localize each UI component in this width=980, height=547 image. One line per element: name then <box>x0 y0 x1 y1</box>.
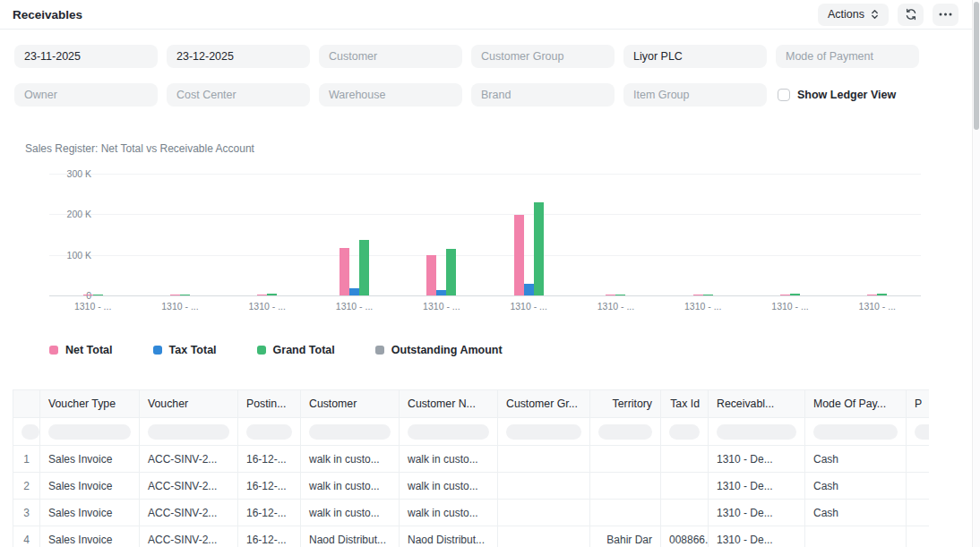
cell-territory[interactable] <box>590 500 661 526</box>
cell-territory[interactable] <box>590 446 661 473</box>
row-number-cell[interactable]: 2 <box>13 473 40 500</box>
column-header-customer-gr[interactable]: Customer Gr... <box>498 390 590 418</box>
column-filter-input[interactable] <box>813 424 898 440</box>
cell-mode-of-pay[interactable] <box>805 526 907 547</box>
cell-customer-gr[interactable] <box>498 500 590 526</box>
column-filter-input[interactable] <box>506 424 581 440</box>
top-bar-actions: Actions <box>818 4 959 26</box>
column-header-customer[interactable]: Customer <box>301 390 400 418</box>
filter-brand[interactable]: Brand <box>471 83 615 107</box>
cell-mode-of-pay[interactable]: Cash <box>805 500 907 526</box>
cell-voucher-type[interactable]: Sales Invoice <box>40 526 140 547</box>
cell-voucher[interactable]: ACC-SINV-2... <box>140 473 238 500</box>
column-filter-input[interactable] <box>21 424 39 440</box>
cell-customer-n[interactable]: walk in custo... <box>400 446 498 473</box>
legend-item-outstanding-amount: Outstanding Amount <box>375 344 503 356</box>
column-filter-input[interactable] <box>408 424 489 440</box>
cell-customer[interactable]: walk in custo... <box>301 473 400 500</box>
cell-voucher-type[interactable]: Sales Invoice <box>40 473 140 500</box>
column-header-p[interactable]: P <box>907 390 930 418</box>
gridline-0 <box>49 295 921 296</box>
column-header-postin[interactable]: Postin... <box>238 390 301 418</box>
cell-mode-of-pay[interactable]: Cash <box>805 446 907 473</box>
cell-receivabl[interactable]: 1310 - De... <box>709 446 805 473</box>
cell-voucher-type[interactable]: Sales Invoice <box>40 446 140 473</box>
x-axis-label: 1310 - ... <box>311 301 398 312</box>
cell-postin[interactable]: 16-12-... <box>238 446 301 473</box>
cell-tax-id[interactable] <box>661 446 709 473</box>
x-axis-label: 1310 - ... <box>659 301 746 312</box>
filter-show-ledger-view[interactable]: Show Ledger View <box>776 83 896 107</box>
filter-to-date[interactable]: 23-12-2025 <box>167 45 310 68</box>
cell-voucher[interactable]: ACC-SINV-2... <box>140 526 238 547</box>
cell-customer-n[interactable]: Naod Distribut... <box>400 526 498 547</box>
filter-customer[interactable]: Customer <box>319 45 462 68</box>
actions-button[interactable]: Actions <box>818 4 889 26</box>
cell-customer[interactable]: walk in custo... <box>301 446 400 473</box>
cell-customer-n[interactable]: walk in custo... <box>400 473 498 500</box>
cell-territory[interactable]: Bahir Dar <box>590 526 661 547</box>
filter-cost-center[interactable]: Cost Center <box>167 83 310 107</box>
cell-tax-id[interactable] <box>661 473 709 500</box>
row-number-cell[interactable]: 4 <box>13 526 40 547</box>
filter-from-date[interactable]: 23-11-2025 <box>14 45 158 68</box>
bar-group-9 <box>746 174 833 295</box>
column-header-territory[interactable]: Territory <box>590 390 661 418</box>
cell-postin[interactable]: 16-12-... <box>238 526 301 547</box>
show-ledger-view-checkbox[interactable] <box>778 89 790 101</box>
cell-customer-n[interactable]: walk in custo... <box>400 500 498 526</box>
cell-customer[interactable]: Naod Distribut... <box>301 526 400 547</box>
column-header-tax-id[interactable]: Tax Id <box>661 390 709 418</box>
cell-postin[interactable]: 16-12-... <box>238 500 301 526</box>
filter-item-group[interactable]: Item Group <box>623 83 767 107</box>
cell-voucher[interactable]: ACC-SINV-2... <box>140 500 238 526</box>
cell-voucher[interactable]: ACC-SINV-2... <box>140 446 238 473</box>
column-filter-input[interactable] <box>669 424 700 440</box>
filter-mode-of-payment[interactable]: Mode of Payment <box>776 45 919 68</box>
cell-territory[interactable] <box>590 473 661 500</box>
column-filter-input[interactable] <box>915 424 929 440</box>
menu-button[interactable] <box>933 4 959 26</box>
filter-warehouse[interactable]: Warehouse <box>319 83 462 107</box>
cell-receivabl[interactable]: 1310 - De... <box>709 473 805 500</box>
cell-p[interactable] <box>907 446 930 473</box>
column-filter-input[interactable] <box>148 424 229 440</box>
cell-mode-of-pay[interactable]: Cash <box>805 473 907 500</box>
legend-color-swatch <box>257 346 266 355</box>
row-number-cell[interactable]: 3 <box>13 500 40 526</box>
bar-group-5 <box>398 174 485 295</box>
column-header-receivabl[interactable]: Receivabl... <box>709 390 805 418</box>
cell-receivabl[interactable]: 1310 - De... <box>709 526 805 547</box>
column-header-mode-of-pay[interactable]: Mode Of Pay... <box>805 390 907 418</box>
column-header-customer-n[interactable]: Customer N... <box>400 390 498 418</box>
column-filter-input[interactable] <box>717 424 796 440</box>
filter-owner[interactable]: Owner <box>14 83 158 107</box>
column-filter-input[interactable] <box>598 424 652 440</box>
receivables-report-page: Receivables Actions 23-11-202523-12-202 <box>0 0 980 547</box>
refresh-button[interactable] <box>898 4 924 26</box>
cell-p[interactable] <box>907 473 930 500</box>
column-filter-input[interactable] <box>309 424 391 440</box>
cell-voucher-type[interactable]: Sales Invoice <box>40 500 140 526</box>
cell-postin[interactable]: 16-12-... <box>238 473 301 500</box>
cell-customer-gr[interactable] <box>498 526 590 547</box>
cell-tax-id[interactable]: 008866... <box>661 526 709 547</box>
column-header-select[interactable] <box>13 390 40 418</box>
vertical-scrollbar[interactable] <box>972 0 980 547</box>
filter-customer-group[interactable]: Customer Group <box>471 45 615 68</box>
column-filter-input[interactable] <box>246 424 292 440</box>
column-header-voucher[interactable]: Voucher <box>140 390 238 418</box>
cell-p[interactable] <box>907 500 930 526</box>
column-filter-input[interactable] <box>48 424 131 440</box>
bar-group-10 <box>834 174 921 295</box>
cell-receivabl[interactable]: 1310 - De... <box>709 500 805 526</box>
cell-customer-gr[interactable] <box>498 446 590 473</box>
cell-customer[interactable]: walk in custo... <box>301 500 400 526</box>
column-header-voucher-type[interactable]: Voucher Type <box>40 390 140 418</box>
cell-tax-id[interactable] <box>661 500 709 526</box>
filter-company[interactable]: Liyor PLC <box>623 45 767 68</box>
row-number-cell[interactable]: 1 <box>13 446 40 473</box>
scrollbar-thumb[interactable] <box>974 2 979 130</box>
cell-p[interactable] <box>907 526 930 547</box>
cell-customer-gr[interactable] <box>498 473 590 500</box>
